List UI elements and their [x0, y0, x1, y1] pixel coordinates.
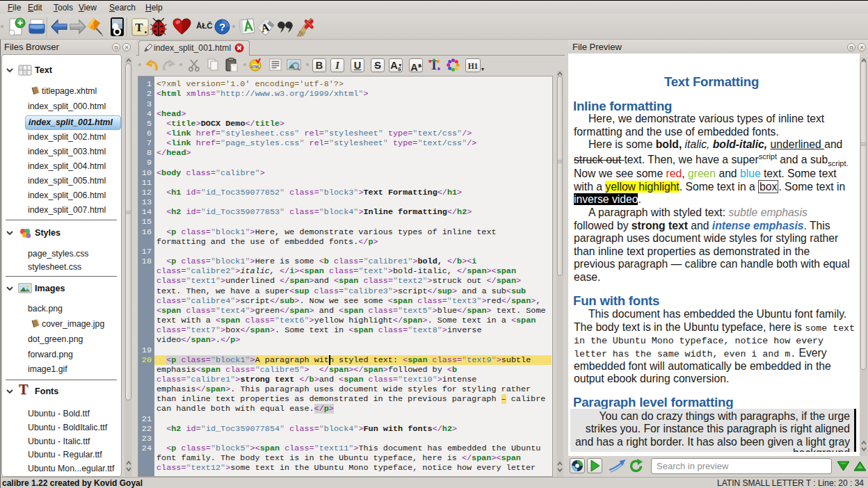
svg-text:T: T [135, 21, 143, 34]
svg-text:HTML: HTML [251, 65, 260, 69]
svg-text:?: ? [219, 21, 225, 33]
